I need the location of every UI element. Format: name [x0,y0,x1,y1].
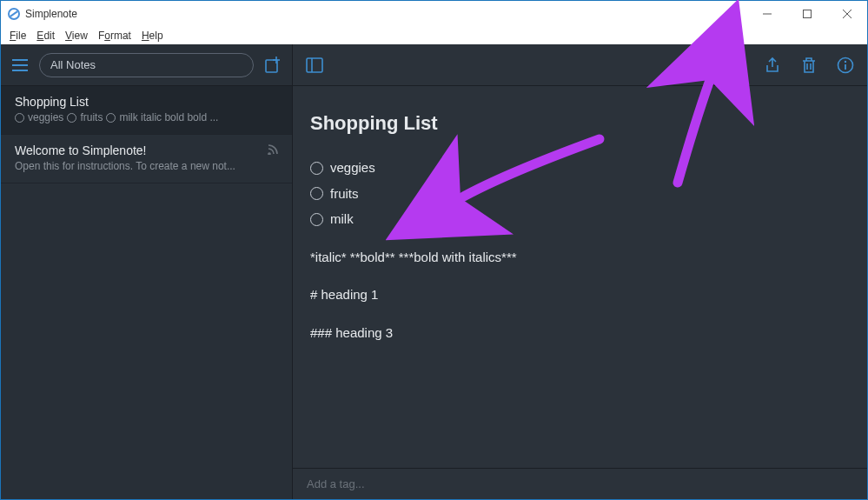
editor-content[interactable]: Shopping List veggies fruits milk *itali… [293,86,867,468]
trash-icon[interactable] [799,56,818,75]
note-item-title: Welcome to Simplenote! [15,143,278,157]
body-line: ### heading 3 [310,322,850,344]
editor-toolbar [293,44,867,86]
share-icon[interactable] [763,56,782,75]
checkbox-icon[interactable] [310,187,323,200]
preview-icon[interactable] [690,56,709,75]
minimize-button[interactable] [747,1,787,27]
maximize-button[interactable] [787,1,827,27]
window-title: Simplenote [25,8,747,20]
note-list: Shopping List veggies fruits milk italic… [1,86,292,499]
tag-bar[interactable] [293,468,867,499]
sidebar-toolbar [1,44,292,86]
note-title: Shopping List [310,107,850,139]
note-item-title: Shopping List [15,95,278,109]
editor: Shopping List veggies fruits milk *itali… [293,44,867,499]
checkbox-icon [106,113,116,123]
app-icon [8,8,20,20]
hamburger-icon[interactable] [10,55,30,76]
menu-edit[interactable]: Edit [31,28,60,43]
menu-help[interactable]: Help [136,28,169,43]
checkbox-icon[interactable] [310,162,323,175]
info-icon[interactable] [836,56,855,75]
svg-rect-1 [804,10,812,18]
svg-point-12 [697,63,701,67]
svg-rect-10 [307,58,322,72]
note-item-preview: veggies fruits milk italic bold bold ... [15,111,278,123]
svg-point-15 [845,60,846,62]
new-note-button[interactable] [262,55,283,76]
feed-icon [268,143,278,157]
checkbox-icon[interactable] [310,213,323,226]
history-icon[interactable] [726,56,745,75]
titlebar: Simplenote [1,1,867,27]
menubar: File Edit View Format Help [1,27,867,44]
note-item[interactable]: Welcome to Simplenote! Open this for ins… [1,135,292,183]
body-line: *italic* **bold** ***bold with italics**… [310,246,850,269]
svg-rect-7 [266,60,277,72]
note-item-preview: Open this for instructions. To create a … [15,160,278,172]
body-line: # heading 1 [310,283,850,306]
menu-format[interactable]: Format [93,28,136,43]
note-item[interactable]: Shopping List veggies fruits milk italic… [1,86,292,135]
tag-input[interactable] [307,477,853,490]
checkbox-icon [67,113,76,123]
sidebar: Shopping List veggies fruits milk italic… [1,44,293,499]
checklist-item: milk [310,208,850,230]
menu-file[interactable]: File [4,28,31,43]
toggle-sidebar-icon[interactable] [305,56,324,75]
checklist-item: fruits [310,183,850,205]
checklist-item: veggies [310,157,850,179]
menu-view[interactable]: View [60,28,93,43]
checkbox-icon [15,113,24,123]
search-input[interactable] [39,53,254,77]
close-button[interactable] [827,1,867,27]
search-field[interactable] [50,58,242,71]
